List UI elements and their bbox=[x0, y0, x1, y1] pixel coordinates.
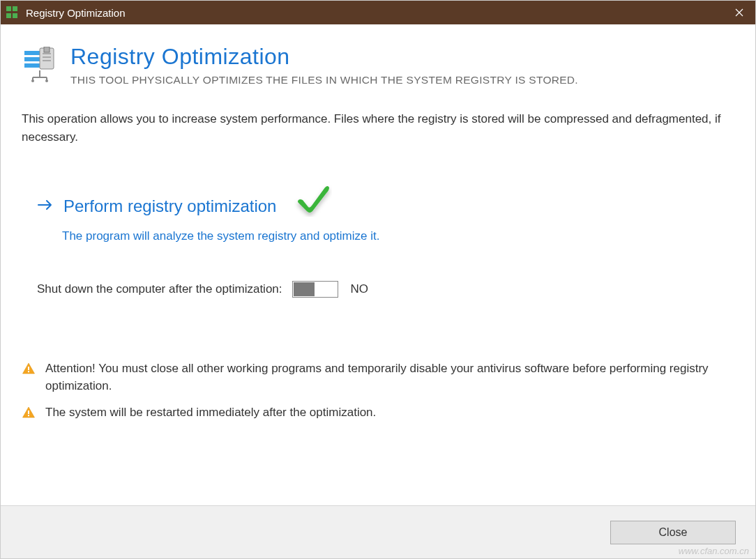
action-title: Perform registry optimization bbox=[63, 197, 276, 216]
svg-rect-8 bbox=[28, 371, 29, 372]
action-subtitle: The program will analyze the system regi… bbox=[62, 229, 734, 243]
description-text: This operation allows you to increase sy… bbox=[22, 110, 734, 146]
warning-text: Attention! You must close all other work… bbox=[45, 360, 734, 395]
checkmark-icon bbox=[293, 182, 332, 220]
titlebar: Registry Optimization bbox=[1, 1, 755, 24]
svg-rect-7 bbox=[28, 367, 29, 370]
window-title: Registry Optimization bbox=[26, 7, 126, 19]
warning-text: The system will be restarted immediately… bbox=[45, 404, 376, 422]
shutdown-state: NO bbox=[351, 282, 369, 296]
window-close-button[interactable] bbox=[723, 1, 755, 24]
registry-optimize-icon bbox=[22, 47, 58, 83]
shutdown-option-row: Shut down the computer after the optimiz… bbox=[37, 281, 734, 298]
app-icon bbox=[6, 6, 19, 19]
warning-icon bbox=[22, 406, 36, 425]
svg-rect-9 bbox=[28, 411, 29, 414]
page-header: Registry Optimization THIS TOOL PHYSICAL… bbox=[22, 44, 734, 86]
page-subtitle: THIS TOOL PHYSICALLY OPTIMIZES THE FILES… bbox=[70, 74, 578, 86]
close-button[interactable]: Close bbox=[610, 521, 736, 544]
svg-rect-10 bbox=[28, 415, 29, 416]
warnings-section: Attention! You must close all other work… bbox=[22, 360, 734, 425]
footer-bar: Close bbox=[1, 505, 755, 558]
arrow-right-icon bbox=[37, 197, 54, 215]
svg-point-5 bbox=[31, 79, 34, 82]
close-icon bbox=[735, 8, 743, 17]
warning-item: Attention! You must close all other work… bbox=[22, 360, 734, 395]
shutdown-label: Shut down the computer after the optimiz… bbox=[37, 282, 282, 296]
page-title: Registry Optimization bbox=[70, 44, 578, 70]
svg-rect-4 bbox=[44, 47, 50, 52]
content-area: Registry Optimization THIS TOOL PHYSICAL… bbox=[1, 24, 755, 505]
warning-item: The system will be restarted immediately… bbox=[22, 404, 734, 425]
shutdown-toggle[interactable] bbox=[292, 281, 338, 298]
perform-optimization-action[interactable]: Perform registry optimization The progra… bbox=[37, 187, 734, 243]
svg-point-6 bbox=[45, 79, 48, 82]
warning-icon bbox=[22, 362, 36, 381]
